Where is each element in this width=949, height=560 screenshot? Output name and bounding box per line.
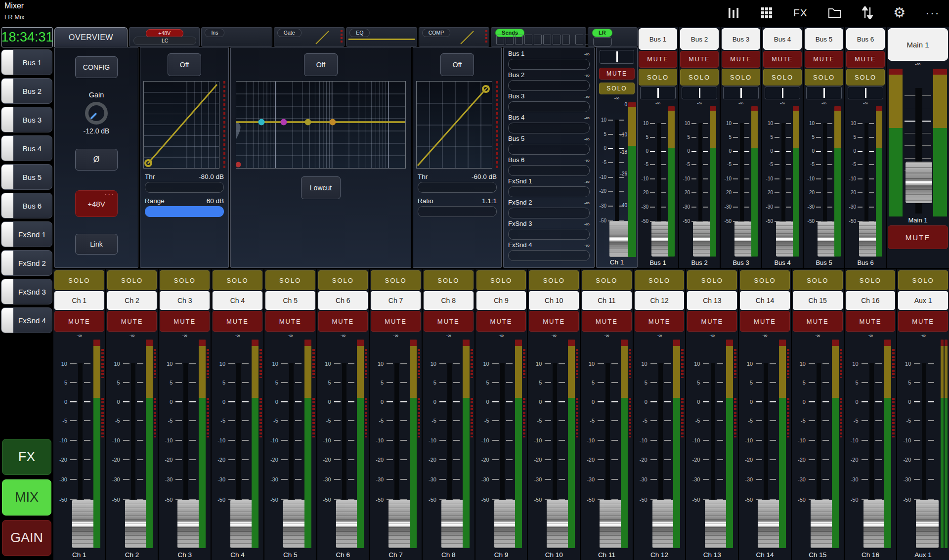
fader-handle[interactable]: [758, 500, 780, 548]
fader-handle[interactable]: [906, 162, 932, 203]
sidebar-item[interactable]: Bus 3: [1, 107, 52, 132]
solo-button[interactable]: SOLO: [793, 270, 843, 290]
mute-button[interactable]: MUTE: [476, 311, 526, 332]
mute-button[interactable]: MUTE: [599, 68, 635, 80]
solo-button[interactable]: SOLO: [265, 270, 315, 290]
channel-select-button[interactable]: Ch 9: [476, 291, 526, 310]
mute-button[interactable]: MUTE: [213, 311, 262, 332]
snapshots-folder-icon[interactable]: [828, 7, 842, 19]
eq-off-button[interactable]: Off: [304, 53, 338, 76]
eq-graph[interactable]: [236, 81, 406, 169]
io-routing-icon[interactable]: [862, 6, 873, 19]
bus-select-button[interactable]: Bus 2: [680, 28, 719, 50]
tab-eq-mini[interactable]: EQ: [346, 27, 417, 47]
mute-button[interactable]: MUTE: [740, 311, 790, 332]
tab-comp-mini[interactable]: COMP: [419, 27, 489, 47]
channel-select-button[interactable]: Ch 1: [54, 291, 104, 310]
solo-button[interactable]: SOLO: [54, 270, 104, 290]
fader-handle[interactable]: [336, 500, 359, 548]
gain-knob[interactable]: [85, 102, 108, 125]
solo-button[interactable]: SOLO: [805, 69, 843, 86]
send-level-slider[interactable]: [508, 101, 590, 112]
mute-button[interactable]: MUTE: [680, 51, 719, 68]
pan-slider[interactable]: [723, 86, 759, 99]
pan-slider[interactable]: [848, 86, 883, 99]
send-level-slider[interactable]: [508, 250, 590, 261]
sidebar-item[interactable]: Bus 2: [1, 78, 52, 104]
tab-lr-mini[interactable]: LR: [588, 27, 638, 47]
meters-icon[interactable]: [727, 6, 740, 19]
solo-button[interactable]: SOLO: [599, 83, 635, 94]
sidebar-item[interactable]: FxSnd 1: [1, 221, 52, 247]
pan-slider[interactable]: [600, 50, 634, 64]
solo-button[interactable]: SOLO: [213, 270, 262, 290]
sidebar-item[interactable]: FxSnd 4: [1, 307, 52, 333]
send-level-slider[interactable]: [508, 59, 590, 70]
fx-menu-button[interactable]: FX: [793, 7, 808, 19]
solo-button[interactable]: SOLO: [160, 270, 210, 290]
mute-button[interactable]: MUTE: [763, 51, 802, 68]
solo-button[interactable]: SOLO: [318, 270, 368, 290]
mute-button[interactable]: MUTE: [424, 311, 474, 332]
solo-button[interactable]: SOLO: [898, 270, 948, 290]
channel-grid-icon[interactable]: [760, 6, 773, 19]
mute-button[interactable]: MUTE: [846, 311, 896, 332]
fader-handle[interactable]: [72, 500, 95, 548]
gate-graph[interactable]: [143, 81, 225, 169]
solo-button[interactable]: SOLO: [846, 69, 885, 86]
channel-select-button[interactable]: Ch 7: [371, 291, 421, 310]
mute-button[interactable]: MUTE: [639, 51, 677, 68]
solo-button[interactable]: SOLO: [371, 270, 421, 290]
fader-handle[interactable]: [230, 500, 253, 548]
bus-select-button[interactable]: Bus 5: [805, 28, 843, 50]
phantom-power-button[interactable]: +48V: [75, 190, 118, 217]
pan-slider[interactable]: [765, 86, 800, 99]
sidebar-item[interactable]: Bus 4: [1, 135, 52, 161]
channel-select-button[interactable]: Ch 2: [107, 291, 157, 310]
pan-slider[interactable]: [640, 86, 676, 99]
solo-button[interactable]: SOLO: [740, 270, 790, 290]
solo-button[interactable]: SOLO: [846, 270, 896, 290]
more-menu-icon[interactable]: ...: [926, 3, 940, 17]
mute-button[interactable]: MUTE: [687, 311, 737, 332]
channel-select-button[interactable]: Ch 8: [424, 291, 474, 310]
channel-select-button[interactable]: Aux 1: [898, 291, 948, 310]
solo-button[interactable]: SOLO: [639, 69, 677, 86]
fader-handle[interactable]: [863, 500, 886, 548]
solo-button[interactable]: SOLO: [476, 270, 526, 290]
comp-ratio-slider[interactable]: [418, 206, 497, 217]
fader-handle[interactable]: [125, 500, 148, 548]
fader-handle[interactable]: [600, 500, 622, 548]
channel-select-button[interactable]: Ch 10: [529, 291, 579, 310]
channel-select-button[interactable]: Ch 3: [160, 291, 210, 310]
send-level-slider[interactable]: [508, 165, 590, 176]
mute-button[interactable]: MUTE: [582, 311, 632, 332]
fader-handle[interactable]: [494, 500, 517, 548]
pan-slider[interactable]: [806, 86, 842, 99]
solo-button[interactable]: SOLO: [424, 270, 474, 290]
fader-handle[interactable]: [652, 500, 675, 548]
send-level-slider[interactable]: [508, 80, 590, 91]
channel-select-button[interactable]: Ch 15: [793, 291, 843, 310]
comp-off-button[interactable]: Off: [440, 53, 474, 76]
send-level-slider[interactable]: [508, 144, 590, 155]
channel-select-button[interactable]: Ch 12: [635, 291, 685, 310]
tab-config-mini[interactable]: +48V LC: [129, 27, 200, 47]
config-button[interactable]: CONFIG: [75, 56, 118, 78]
channel-select-button[interactable]: Ch 5: [265, 291, 315, 310]
sidebar-item[interactable]: FxSnd 3: [1, 279, 52, 304]
mute-button[interactable]: MUTE: [265, 311, 315, 332]
mute-button[interactable]: MUTE: [805, 51, 843, 68]
solo-button[interactable]: SOLO: [635, 270, 685, 290]
link-button[interactable]: Link: [75, 234, 118, 255]
solo-button[interactable]: SOLO: [687, 270, 737, 290]
gate-range-slider[interactable]: [145, 206, 224, 217]
fader-handle[interactable]: [283, 500, 306, 548]
channel-select-button[interactable]: Ch 11: [582, 291, 632, 310]
fader-handle[interactable]: [916, 500, 939, 548]
gate-thr-slider[interactable]: [145, 182, 224, 193]
send-level-slider[interactable]: [508, 229, 590, 240]
fader-handle[interactable]: [705, 500, 728, 548]
fader-handle[interactable]: [547, 500, 569, 548]
solo-button[interactable]: SOLO: [107, 270, 157, 290]
